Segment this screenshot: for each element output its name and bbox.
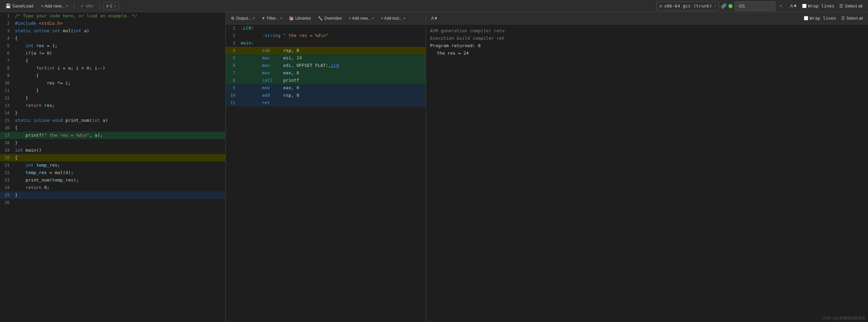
table-row: 6 mov edi, OFFSET FLAT:.LC0 xyxy=(226,62,426,69)
asm-filter-button[interactable]: ▼ Filter... ▾ xyxy=(259,15,284,22)
table-row: 23 print_num(temp_res); xyxy=(0,176,225,184)
compiler-icon: ⚙ xyxy=(660,3,662,8)
output-select-all-label: Select all xyxy=(846,16,863,21)
libraries-icon: 📚 xyxy=(289,16,294,21)
output-panel: A▼ Wrap lines ☰ Select all ASM generatio… xyxy=(426,12,868,322)
overrides-icon: 🔧 xyxy=(318,16,323,21)
table-row: 24 return 0; xyxy=(0,184,225,191)
compiler-options-arrow[interactable]: ▾ xyxy=(777,3,784,9)
table-row: 25 } xyxy=(0,191,225,199)
output-icon: ⚙ xyxy=(231,16,235,21)
select-all-button[interactable]: ☰ Select all xyxy=(836,2,865,10)
vim-button[interactable]: ✓ Vim xyxy=(78,2,96,10)
table-row: 3 static inline int mul(int a) xyxy=(0,27,225,35)
table-row: 4 { xyxy=(0,35,225,42)
table-row: 2 .string " the res = %d\n" xyxy=(226,32,426,39)
asm-overrides-button[interactable]: 🔧 Overrides xyxy=(315,15,344,22)
save-load-label: Save/Load xyxy=(12,3,33,8)
table-row: 7 mov eax, 0 xyxy=(226,69,426,77)
table-row: 16 { xyxy=(0,124,225,132)
result-line: the res = 24 xyxy=(430,50,864,57)
table-row: 9 { xyxy=(0,72,225,79)
execution-build-text: Execution build compiler ret xyxy=(430,36,504,41)
filter-label: Filter... xyxy=(267,16,279,21)
select-all-label: Select all xyxy=(845,3,863,8)
asm-generation-line: ASM generation compiler retu xyxy=(430,27,864,35)
table-row: 8 call printf xyxy=(226,77,426,84)
table-row: 1 /* Type your code here, or load an exa… xyxy=(0,12,225,20)
output-toolbar: A▼ Wrap lines ☰ Select all xyxy=(426,12,868,24)
output-wrap-checkbox[interactable] xyxy=(804,16,808,20)
table-row: 17 printf(" the res = %d\n", a); xyxy=(0,132,225,139)
output-font-size-button[interactable]: A▼ xyxy=(429,15,440,22)
compiler-label: x86-64 gcc (trunk) xyxy=(664,3,712,8)
asm-panel: ⚙ Output... ▾ ▼ Filter... ▾ 📚 Libraries … xyxy=(226,12,426,322)
language-selector[interactable]: ⚙ C ▾ xyxy=(103,2,119,10)
compiler-options-chevron: ▾ xyxy=(780,4,782,8)
compiler-arrow: ▾ xyxy=(714,4,716,8)
output-wrap-label[interactable]: Wrap lines xyxy=(804,16,836,21)
output-label: Output... xyxy=(236,16,252,21)
toolbar-sep-2 xyxy=(99,3,100,10)
table-row: 4 sub rsp, 8 xyxy=(226,47,426,54)
compiler-selector[interactable]: ⚙ x86-64 gcc (trunk) ▾ xyxy=(657,1,719,11)
add-new-arrow: ▾ xyxy=(66,4,68,8)
main-layout: 1 /* Type your code here, or load an exa… xyxy=(0,12,868,322)
watermark-text: CSDN @头发稀疏的程序员 xyxy=(822,316,865,320)
asm-toolbar: ⚙ Output... ▾ ▼ Filter... ▾ 📚 Libraries … xyxy=(226,12,426,24)
asm-add-new-arrow: ▾ xyxy=(372,16,374,20)
asm-libraries-button[interactable]: 📚 Libraries xyxy=(287,15,313,22)
asm-add-tool-button[interactable]: + Add tool... ▾ xyxy=(378,15,408,22)
top-toolbar: 💾 Save/Load + Add new... ▾ ✓ Vim ⚙ C ▾ ⚙… xyxy=(0,0,868,12)
table-row: 22 temp_res = mul(4); xyxy=(0,169,225,176)
toolbar-left: 💾 Save/Load + Add new... ▾ ✓ Vim ⚙ C ▾ ⚙… xyxy=(3,1,784,11)
table-row: 2 #include <stdio.h> xyxy=(0,20,225,27)
font-size-label-right: A▼ xyxy=(790,3,797,8)
libraries-label: Libraries xyxy=(295,16,311,21)
wrap-lines-checkbox[interactable] xyxy=(802,4,807,8)
table-row: 14 } xyxy=(0,109,225,117)
wrap-lines-label[interactable]: Wrap lines xyxy=(802,3,834,8)
watermark: CSDN @头发稀疏的程序员 xyxy=(822,316,865,321)
vim-logo: ✓ xyxy=(80,3,84,8)
output-toolbar-left: A▼ xyxy=(429,15,440,22)
table-row: 8 for(int i = a; i > 0; i--) xyxy=(0,64,225,72)
asm-add-tool-arrow: ▾ xyxy=(404,16,405,20)
toolbar-sep-1 xyxy=(74,3,74,10)
output-toolbar-right: Wrap lines ☰ Select all xyxy=(804,15,865,22)
asm-add-new-button[interactable]: + Add new... ▾ xyxy=(346,15,376,22)
table-row: 20 { xyxy=(0,154,225,162)
asm-code-area[interactable]: 1 .LC0: 2 .string " the res = %d\n" 3 ma… xyxy=(226,24,426,322)
code-area[interactable]: 1 /* Type your code here, or load an exa… xyxy=(0,12,225,322)
table-row: 5 int res = 1; xyxy=(0,42,225,50)
vim-label: Vim xyxy=(86,3,93,8)
output-font-a: A▼ xyxy=(431,16,438,21)
asm-output-button[interactable]: ⚙ Output... ▾ xyxy=(228,15,257,22)
output-arrow: ▾ xyxy=(253,16,255,20)
font-size-button-right[interactable]: A▼ xyxy=(787,2,800,10)
table-row: 5 mov esi, 24 xyxy=(226,54,426,62)
language-arrow: ▾ xyxy=(114,4,116,8)
table-row: 7 { xyxy=(0,57,225,64)
program-returned-text: Program returned: 0 xyxy=(430,43,481,48)
optimization-input[interactable] xyxy=(735,1,775,11)
table-row: 3 main: xyxy=(226,39,426,47)
table-row: 10 add rsp, 8 xyxy=(226,92,426,99)
filter-arrow: ▾ xyxy=(280,16,282,20)
result-text: the res = 24 xyxy=(430,51,469,56)
table-row: 1 .LC0: xyxy=(226,24,426,32)
table-row: 11 ret xyxy=(226,99,426,107)
table-row: 18 } xyxy=(0,139,225,147)
lang-icon: ⚙ xyxy=(106,3,109,8)
asm-add-new-label: + Add new... xyxy=(349,16,371,21)
output-select-all-icon: ☰ xyxy=(841,16,845,21)
add-new-button[interactable]: + Add new... ▾ xyxy=(38,2,71,10)
asm-add-tool-label: + Add tool... xyxy=(381,16,403,21)
filter-icon: ▼ xyxy=(261,16,265,21)
save-load-button[interactable]: 💾 Save/Load xyxy=(3,2,36,10)
output-select-all-button[interactable]: ☰ Select all xyxy=(839,15,865,22)
external-link-icon[interactable]: 🔗 xyxy=(721,3,726,8)
table-row: 19 int main() xyxy=(0,147,225,154)
table-row: 15 static inline void print_num(int a) xyxy=(0,117,225,124)
table-row: 26 xyxy=(0,199,225,206)
